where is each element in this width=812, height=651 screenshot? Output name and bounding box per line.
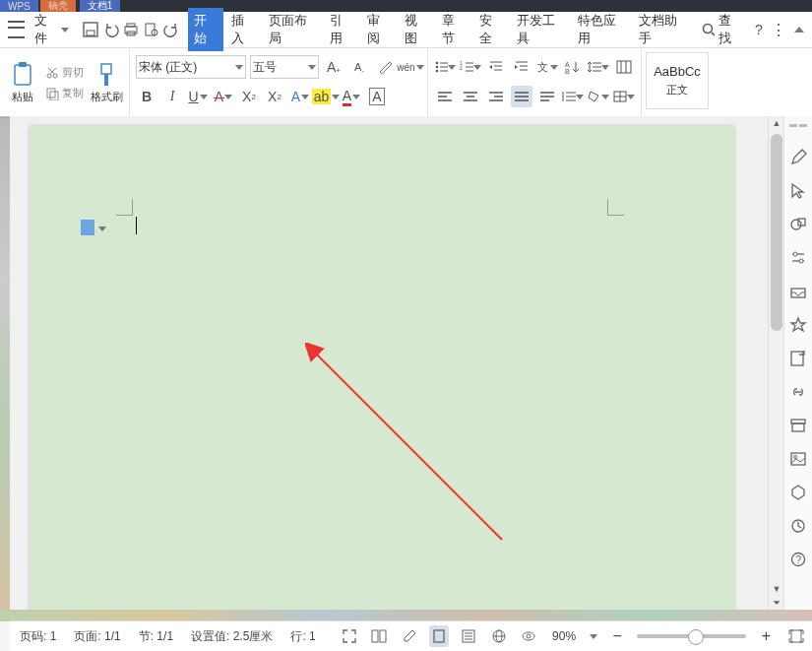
align-left-button[interactable] <box>434 86 456 107</box>
paste-button[interactable]: 粘贴 <box>6 52 39 113</box>
bullet-list-button[interactable] <box>434 56 456 78</box>
view-fullscreen-button[interactable] <box>340 625 359 647</box>
status-row[interactable]: 行: 1 <box>286 628 319 645</box>
scroll-down-icon[interactable]: ▼ <box>769 582 784 596</box>
grow-font-button[interactable]: A+ <box>323 56 344 78</box>
view-outline-button[interactable] <box>459 625 478 647</box>
menu-insert[interactable]: 插入 <box>225 8 261 51</box>
copy-button[interactable]: 复制 <box>43 85 86 101</box>
style-normal[interactable]: AaBbCc 正文 <box>646 52 709 109</box>
decrease-indent-button[interactable] <box>485 56 507 78</box>
status-page[interactable]: 页面: 1/1 <box>70 628 124 645</box>
tab-document[interactable]: 文档1 <box>80 0 121 12</box>
menu-start[interactable]: 开始 <box>188 8 223 51</box>
hexagon-icon[interactable] <box>788 483 808 502</box>
scroll-up-icon[interactable]: ▲ <box>769 116 784 130</box>
menu-review[interactable]: 审阅 <box>361 8 397 51</box>
zoom-knob[interactable] <box>688 629 704 645</box>
columns-button[interactable] <box>613 56 635 78</box>
view-edit-button[interactable] <box>399 625 418 647</box>
link-icon[interactable] <box>788 382 808 402</box>
menu-view[interactable]: 视图 <box>399 8 434 51</box>
font-name-select[interactable]: 宋体 (正文) <box>136 55 246 79</box>
vertical-scrollbar[interactable]: ▲ ▼ ⏷ <box>768 116 784 610</box>
print-preview-icon[interactable] <box>143 20 160 39</box>
shading-button[interactable] <box>588 86 609 107</box>
view-web-button[interactable] <box>488 625 508 647</box>
save-icon[interactable] <box>82 20 99 39</box>
fit-page-button[interactable] <box>786 625 806 647</box>
align-center-button[interactable] <box>460 86 481 107</box>
align-right-button[interactable] <box>485 86 507 107</box>
zoom-out-button[interactable]: − <box>607 625 627 647</box>
undo-icon[interactable] <box>102 20 120 39</box>
subscript-button[interactable]: X2 <box>264 86 285 107</box>
zoom-slider[interactable] <box>637 634 746 638</box>
image-icon[interactable] <box>788 449 808 469</box>
search-button[interactable]: 查找 <box>696 10 748 49</box>
format-painter-button[interactable]: 格式刷 <box>90 52 123 113</box>
font-color-button[interactable]: A <box>341 86 362 107</box>
clear-format-button[interactable] <box>374 56 396 78</box>
share-icon[interactable] <box>788 349 808 368</box>
status-setval[interactable]: 设置值: 2.5厘米 <box>187 628 277 645</box>
text-effects-button[interactable]: A <box>289 86 311 107</box>
menu-pagelayout[interactable]: 页面布局 <box>263 8 322 51</box>
file-menu[interactable]: 文件 <box>31 10 73 49</box>
superscript-button[interactable]: X2 <box>238 86 260 107</box>
phonetic-button[interactable]: wén <box>400 56 421 78</box>
view-page-button[interactable] <box>429 625 449 647</box>
sort-button[interactable]: AB <box>562 56 584 78</box>
status-pagecode[interactable]: 页码: 1 <box>16 628 60 645</box>
zoom-value[interactable]: 90% <box>548 629 580 643</box>
menu-helper[interactable]: 文档助手 <box>633 8 692 51</box>
collapse-ribbon-icon[interactable] <box>789 20 807 39</box>
pencil-icon[interactable] <box>788 148 808 167</box>
char-shading-button[interactable]: A <box>366 86 388 107</box>
text-direction-button[interactable]: 文 <box>536 56 558 78</box>
help-circle-icon[interactable]: ? <box>788 550 808 569</box>
print-icon[interactable] <box>122 20 140 39</box>
history-icon[interactable] <box>788 516 808 536</box>
help-icon[interactable]: ? <box>750 20 768 39</box>
more-icon[interactable]: ⋮ <box>770 20 787 39</box>
menu-chapter[interactable]: 章节 <box>436 8 471 51</box>
align-justify-button[interactable] <box>511 86 532 107</box>
chevron-down-icon[interactable] <box>98 227 106 231</box>
numbered-list-button[interactable]: 12 <box>460 56 481 78</box>
cut-button[interactable]: 剪切 <box>43 64 86 81</box>
settings-icon[interactable] <box>788 248 808 268</box>
underline-button[interactable]: U <box>187 86 209 107</box>
star-icon[interactable] <box>788 315 808 335</box>
view-read-button[interactable] <box>369 625 389 647</box>
hamburger-icon[interactable] <box>8 21 25 38</box>
shrink-font-button[interactable]: A- <box>348 56 370 78</box>
page[interactable] <box>30 126 734 610</box>
menu-reference[interactable]: 引用 <box>324 8 359 51</box>
document-area[interactable] <box>10 116 768 610</box>
borders-button[interactable] <box>613 86 635 107</box>
increase-indent-button[interactable] <box>511 56 532 78</box>
align-distribute-button[interactable] <box>536 86 558 107</box>
menu-security[interactable]: 安全 <box>473 8 509 51</box>
paragraph-spacing-button[interactable] <box>562 86 584 107</box>
chevron-down-icon[interactable] <box>590 634 597 639</box>
zoom-in-button[interactable]: + <box>756 625 776 647</box>
view-eye-button[interactable] <box>519 625 538 647</box>
section-icon[interactable] <box>81 220 94 235</box>
shape-icon[interactable] <box>788 215 808 234</box>
inbox-icon[interactable] <box>788 282 808 301</box>
redo-icon[interactable] <box>162 20 180 39</box>
italic-button[interactable]: I <box>161 86 183 107</box>
side-handle[interactable] <box>784 124 812 134</box>
status-section[interactable]: 节: 1/1 <box>135 628 177 645</box>
menu-devtools[interactable]: 开发工具 <box>511 8 570 51</box>
strikethrough-button[interactable]: A <box>213 86 234 107</box>
cursor-icon[interactable] <box>788 181 808 201</box>
bold-button[interactable]: B <box>136 86 157 107</box>
highlight-button[interactable]: ab <box>315 86 337 107</box>
menu-special[interactable]: 特色应用 <box>572 8 631 51</box>
line-spacing-button[interactable] <box>588 56 609 78</box>
font-size-select[interactable]: 五号 <box>250 55 319 79</box>
scroll-down-double-icon[interactable]: ⏷ <box>769 596 784 610</box>
